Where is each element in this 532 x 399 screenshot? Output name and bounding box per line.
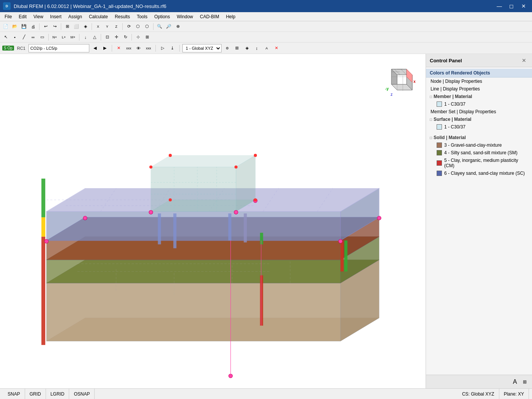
delete-view-btn[interactable]: ✕	[272, 44, 281, 52]
cp-member-material-group[interactable]: □ Member | Material	[426, 93, 532, 100]
zoom-all-btn[interactable]: ⊕	[174, 22, 182, 31]
3d-btn[interactable]: ⬜	[72, 22, 81, 31]
sep5	[153, 23, 154, 30]
sep8	[101, 34, 101, 41]
menu-cad-bim[interactable]: CAD-BIM	[197, 13, 222, 20]
status-grid[interactable]: GRID	[25, 389, 46, 399]
grid-btn[interactable]: ⊞	[143, 33, 151, 41]
export-btn[interactable]: ⤓	[168, 44, 177, 52]
loads-btn[interactable]: ↓	[81, 33, 90, 41]
view-iso-btn[interactable]: ⟳	[125, 22, 133, 31]
cp-solid-clayey[interactable]: 6 - Clayey sand, sand-clay mixture (SC)	[426, 169, 532, 177]
cp-footer: A ⊞	[426, 375, 532, 388]
cp-settings-btn[interactable]: ⊞	[521, 378, 529, 386]
swatch-surface-c3037	[437, 124, 442, 130]
cp-solid-silty[interactable]: 4 - Silty sand, sand-silt mixture (SM)	[426, 149, 532, 157]
menu-tools[interactable]: Tools	[134, 13, 150, 20]
cp-font-btn[interactable]: A	[511, 378, 519, 386]
hide-result-btn[interactable]: xxx	[144, 44, 153, 52]
status-osnap[interactable]: OSNAP	[69, 389, 95, 399]
insert-member[interactable]: M+	[69, 33, 77, 41]
supports-btn[interactable]: △	[90, 33, 99, 41]
view-front-btn[interactable]: ⬡	[134, 22, 142, 31]
sep2	[61, 23, 61, 30]
line-btn[interactable]: ╱	[20, 33, 28, 41]
cp-solid-material-group[interactable]: □ Solid | Material	[426, 134, 532, 141]
insert-line[interactable]: L+	[60, 33, 68, 41]
combo-input[interactable]	[28, 44, 89, 52]
show-result-btn[interactable]: 👁	[135, 44, 143, 52]
undo-btn[interactable]: ↩	[41, 22, 50, 31]
menu-view[interactable]: View	[30, 13, 46, 20]
member-btn[interactable]: ═	[29, 33, 37, 41]
cp-solid-gravel[interactable]: 3 - Gravel-sand-clay-mixture	[426, 141, 532, 149]
cp-solid-silty-label: 4 - Silty sand, sand-silt mixture (SM)	[444, 150, 518, 155]
menu-help[interactable]: Help	[223, 13, 239, 20]
swatch-clay	[437, 160, 442, 166]
status-lgrid[interactable]: LGRID	[46, 389, 70, 399]
anno-btn[interactable]: A	[263, 44, 271, 52]
animate-btn[interactable]: ▷	[158, 44, 167, 52]
move-btn[interactable]: ✛	[112, 33, 120, 41]
prev-combo-btn[interactable]: ◀	[91, 44, 99, 52]
zoom-in-btn[interactable]: 🔍	[155, 22, 164, 31]
swatch-member-c3037	[437, 101, 442, 107]
view-top-btn[interactable]: ⬡	[143, 22, 151, 31]
cp-content: Colors of Rendered Objects Node | Displa…	[426, 67, 532, 375]
svg-point-57	[254, 198, 257, 201]
open-btn[interactable]: 📂	[11, 22, 19, 31]
new-btn[interactable]: 📄	[2, 22, 10, 31]
cs-settings-btn[interactable]: ⚙	[223, 44, 231, 52]
cp-member-c3037[interactable]: 1 - C30/37	[426, 100, 532, 108]
display-opts-btn[interactable]: ⊞	[233, 44, 241, 52]
axes-y-btn[interactable]: Y	[103, 22, 111, 31]
result-opt-btn[interactable]: xxx	[125, 44, 133, 52]
status-snap[interactable]: SNAP	[3, 389, 25, 399]
snap-btn[interactable]: ⊹	[134, 33, 142, 41]
select-btn[interactable]: ↖	[2, 33, 10, 41]
result-toolbar: S Op RC1 ◀ ▶ ✕ xxx 👁 xxx ▷ ⤓ 1 - Global …	[0, 43, 532, 54]
print-btn[interactable]: 🖨	[29, 22, 37, 31]
node-btn[interactable]: •	[11, 33, 19, 41]
render-btn[interactable]: ◈	[81, 22, 90, 31]
deform-btn[interactable]: ↕	[253, 44, 261, 52]
copy-btn[interactable]: ⊡	[103, 33, 111, 41]
axes-x-btn[interactable]: X	[94, 22, 102, 31]
cp-surface-c3037[interactable]: 1 - C30/37	[426, 123, 532, 131]
render-mode-btn[interactable]: ◈	[243, 44, 251, 52]
maximize-button[interactable]: ◻	[506, 1, 517, 11]
swatch-silty	[437, 150, 442, 155]
menu-options[interactable]: Options	[151, 13, 173, 20]
redo-btn[interactable]: ↪	[51, 22, 59, 31]
cp-surface-material-group[interactable]: □ Surface | Material	[426, 116, 532, 123]
menu-window[interactable]: Window	[174, 13, 196, 20]
menu-calculate[interactable]: Calculate	[86, 13, 111, 20]
menu-results[interactable]: Results	[112, 13, 133, 20]
menu-assign[interactable]: Assign	[65, 13, 85, 20]
viewport[interactable]: x -y z	[0, 54, 426, 388]
cp-close-btn[interactable]: ✕	[520, 56, 528, 65]
coord-system-select[interactable]: 1 - Global XYZ	[182, 44, 222, 52]
cp-node-display[interactable]: Node | Display Properties	[426, 78, 532, 85]
cp-solid-clay[interactable]: 5 - Clay, inorganic, medium plasticity (…	[426, 157, 532, 169]
close-button[interactable]: ✕	[518, 1, 529, 11]
axes-z-btn[interactable]: Z	[112, 22, 120, 31]
minimize-button[interactable]: —	[494, 1, 505, 11]
menu-insert[interactable]: Insert	[47, 13, 65, 20]
svg-point-53	[234, 165, 238, 168]
toolbar-1: 📄 📂 💾 🖨 ↩ ↪ ⊞ ⬜ ◈ X Y Z ⟳ ⬡ ⬡ 🔍 🔎 ⊕	[0, 21, 532, 32]
cp-line-display[interactable]: Line | Display Properties	[426, 85, 532, 93]
delete-result-btn[interactable]: ✕	[115, 44, 123, 52]
cp-memberset-display[interactable]: Member Set | Display Properties	[426, 108, 532, 116]
menu-edit[interactable]: Edit	[16, 13, 30, 20]
save-btn[interactable]: 💾	[20, 22, 28, 31]
svg-point-55	[169, 154, 172, 157]
insert-node[interactable]: N+	[51, 33, 59, 41]
surface-btn[interactable]: ▭	[38, 33, 46, 41]
table-btn[interactable]: ⊞	[63, 22, 71, 31]
menu-file[interactable]: File	[2, 13, 15, 20]
next-combo-btn[interactable]: ▶	[101, 44, 109, 52]
rotate-btn[interactable]: ↻	[121, 33, 130, 41]
zoom-out-btn[interactable]: 🔎	[165, 22, 173, 31]
main-area: x -y z Control Panel ✕ Colors of Render	[0, 54, 532, 388]
